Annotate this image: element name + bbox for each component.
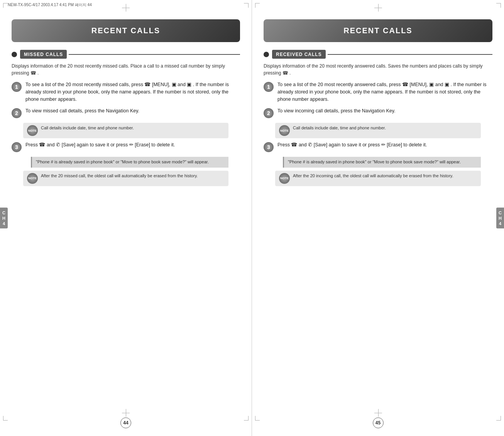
left-step-2: 2 To view missed call details, press the…	[12, 107, 240, 118]
left-note-1-text: Call details include date, time and phon…	[41, 125, 134, 131]
corner-mark-tl	[3, 3, 8, 8]
right-step-2-content: To view incoming call details, press the…	[277, 107, 492, 115]
right-step-2: 2 To view incoming call details, press t…	[264, 107, 492, 118]
step-num-2: 2	[12, 108, 22, 118]
corner-mark-tr-r	[496, 3, 501, 8]
received-calls-desc: Displays information of the 20 most rece…	[264, 63, 492, 76]
left-step-1: 1 To see a list of the 20 most recently …	[12, 81, 240, 103]
bottom-crosshair-right	[374, 409, 382, 417]
right-note-2-text: After the 20 incoming call, the oldest c…	[293, 173, 453, 179]
received-calls-title-bg: RECEIVED CALLS	[272, 50, 326, 59]
ch-tab-left: CH4	[0, 207, 8, 229]
left-quote-1: "Phone # is already saved in phone book"…	[31, 157, 228, 167]
corner-mark-bl-r	[255, 416, 260, 421]
left-step-3: 3 Press ☎ and ✆ [Save] again to save it …	[12, 141, 240, 152]
right-page: RECENT CALLS RECEIVED CALLS Displays inf…	[252, 0, 504, 436]
ch-tab-right: CH4	[496, 207, 504, 229]
right-note-1: NOTE Call details include date, time and…	[275, 123, 481, 138]
right-quote-1: "Phone # is already saved in phone book"…	[283, 157, 481, 167]
right-page-num: 45	[373, 417, 384, 428]
left-note-1: NOTE Call details include date, time and…	[23, 123, 228, 138]
top-crosshair-right	[374, 4, 382, 12]
left-page: NEW-TX-95C-4/17 2003.4.17 4:41 PM 페이지 44…	[0, 0, 252, 436]
missed-calls-title-bg: MISSED CALLS	[20, 50, 67, 59]
right-page-title: RECENT CALLS	[271, 26, 485, 35]
left-step-2-content: To view missed call details, press the N…	[25, 107, 240, 115]
left-header-bar: RECENT CALLS	[12, 19, 240, 42]
step-num-3: 3	[12, 142, 22, 152]
corner-mark-tl-r	[255, 3, 260, 8]
right-header-bar: RECENT CALLS	[264, 19, 492, 42]
file-info: NEW-TX-95C-4/17 2003.4.17 4:41 PM 페이지 44	[8, 2, 92, 8]
step-num-1: 1	[12, 82, 22, 92]
left-page-num: 44	[120, 417, 131, 428]
bottom-crosshair-left	[122, 409, 130, 417]
left-step-1-content: To see a list of the 20 most recently mi…	[25, 81, 240, 103]
right-note-icon-2: NOTE	[279, 173, 290, 184]
right-note-1-text: Call details include date, time and phon…	[293, 125, 386, 131]
right-note-icon-1: NOTE	[279, 125, 290, 136]
missed-calls-desc: Displays information of the 20 most rece…	[12, 63, 240, 76]
note-icon-2: NOTE	[27, 173, 38, 184]
corner-mark-bl	[3, 416, 8, 421]
section-dot	[12, 52, 17, 57]
right-step-num-3: 3	[264, 142, 274, 152]
left-page-title: RECENT CALLS	[19, 26, 232, 35]
left-step-3-content: Press ☎ and ✆ [Save] again to save it or…	[25, 141, 240, 149]
note-icon-1: NOTE	[27, 125, 38, 136]
corner-mark-br	[244, 416, 249, 421]
corner-mark-br-r	[496, 416, 501, 421]
right-step-num-1: 1	[264, 82, 274, 92]
right-note-2: NOTE After the 20 incoming call, the old…	[275, 171, 481, 186]
right-steps: 1 To see a list of the 20 most recently …	[264, 81, 492, 186]
right-step-3: 3 Press ☎ and ✆ [Save] again to save it …	[264, 141, 492, 152]
left-note-2: NOTE After the 20 missed call, the oldes…	[23, 171, 228, 186]
received-calls-header: RECEIVED CALLS	[264, 50, 492, 59]
section-border-r	[328, 54, 492, 55]
right-step-num-2: 2	[264, 108, 274, 118]
received-calls-title: RECEIVED CALLS	[276, 52, 322, 57]
left-steps: 1 To see a list of the 20 most recently …	[12, 81, 240, 186]
corner-mark-tr	[244, 3, 249, 8]
right-step-1: 1 To see a list of the 20 most recently …	[264, 81, 492, 103]
left-note-2-text: After the 20 missed call, the oldest cal…	[41, 173, 198, 179]
right-step-1-content: To see a list of the 20 most recently an…	[277, 81, 492, 103]
section-border	[69, 54, 240, 55]
right-step-3-content: Press ☎ and ✆ [Save] again to save it or…	[277, 141, 492, 149]
missed-calls-title: MISSED CALLS	[24, 52, 63, 57]
section-dot-r	[264, 52, 269, 57]
top-crosshair-left	[122, 4, 130, 12]
missed-calls-header: MISSED CALLS	[12, 50, 240, 59]
